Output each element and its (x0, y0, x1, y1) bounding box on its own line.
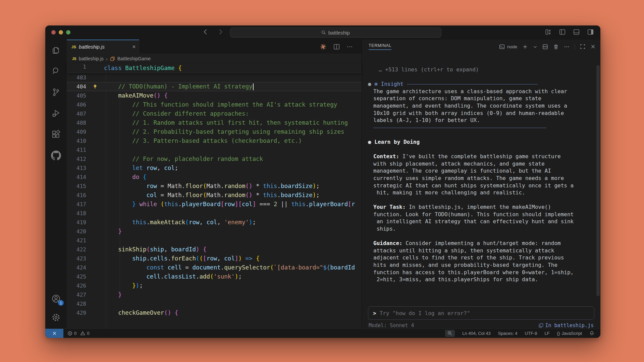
code-text: // TODO(human) - Implement AI strategy (104, 82, 254, 91)
tab-label: battleship.js (79, 44, 130, 50)
close-window-button[interactable] (51, 30, 56, 35)
code-line[interactable]: 408 // 1. Random attacks until first hit… (67, 118, 362, 127)
claude-prompt-input[interactable]: > Try "how do I log an error?" (368, 306, 594, 320)
problems-status[interactable]: 0 0 (67, 331, 89, 336)
github-icon[interactable] (50, 150, 62, 161)
titlebar[interactable]: battleship (45, 25, 600, 40)
code-line[interactable]: 409 // 2. Probability-based targeting us… (67, 127, 362, 136)
customize-layout-icon[interactable] (545, 29, 551, 35)
code-text: let row, col; (104, 164, 178, 173)
code-text: const cell = document.querySelector(`[da… (104, 263, 355, 272)
js-file-icon: JS (71, 45, 76, 49)
breadcrumb[interactable]: JS battleship.js › BattleshipGame (67, 54, 362, 64)
status-bar: 0 0 Ln 404, Col 43 Spaces: 4 UTF-8 LF {}… (45, 328, 600, 338)
claude-starburst-icon[interactable] (320, 43, 327, 50)
lightbulb-gutter[interactable] (86, 84, 104, 89)
code-line[interactable]: 415 row = Math.floor(Math.random() * thi… (67, 182, 362, 191)
editor-more-actions-icon[interactable] (346, 44, 353, 50)
terminal-header: TERMINAL node (362, 40, 600, 54)
explorer-icon[interactable] (50, 44, 62, 56)
tab-battleship-js[interactable]: JS battleship.js × (67, 40, 139, 54)
forward-icon[interactable] (217, 28, 224, 35)
code-line[interactable]: 404 // TODO(human) - Implement AI strate… (67, 82, 362, 91)
search-icon (321, 30, 326, 35)
toggle-primary-sidebar-icon[interactable] (559, 29, 566, 35)
code-line[interactable]: 422 sinkShip(ship, boardId) { (67, 245, 362, 254)
line-number: 404 (67, 83, 86, 90)
new-terminal-icon[interactable] (522, 44, 528, 50)
code-line[interactable]: 419 this.makeAttack(row, col, 'enemy'); (67, 218, 362, 227)
search-sidebar-icon[interactable] (50, 65, 62, 77)
code-line[interactable]: 420 } (67, 227, 362, 236)
extensions-icon[interactable] (50, 129, 62, 140)
tab-close-icon[interactable]: × (132, 44, 136, 50)
code-line[interactable]: 413 let row, col; (67, 164, 362, 173)
code-text: // For now, placeholder random attack (104, 155, 263, 164)
code-line[interactable]: 429 checkGameOver() { (67, 308, 362, 317)
code-line[interactable]: 426 }); (67, 281, 362, 290)
close-panel-icon[interactable] (590, 44, 596, 49)
code-line[interactable]: 424 const cell = document.querySelector(… (67, 263, 362, 272)
code-text: } (104, 290, 122, 299)
line-number: 429 (67, 310, 86, 316)
code-line[interactable]: 416 col = Math.floor(Math.random() * thi… (67, 191, 362, 200)
language-status[interactable]: {} JavaScript (557, 331, 582, 336)
line-number: 424 (67, 264, 86, 271)
code-line[interactable]: 423 ship.cells.forEach(([row, col]) => { (67, 254, 362, 263)
terminal-line (368, 196, 592, 204)
code-line[interactable]: 407 // Consider different approaches: (67, 109, 362, 118)
breadcrumb-file[interactable]: battleship.js (79, 56, 104, 61)
toggle-panel-icon[interactable] (573, 29, 580, 35)
zoom-status-icon[interactable] (445, 330, 455, 337)
run-debug-icon[interactable] (50, 108, 62, 119)
code-text: // 3. Pattern-based attacks (checkerboar… (104, 136, 302, 145)
accounts-icon[interactable]: 1 (50, 293, 62, 304)
code-line[interactable]: 427 } (67, 290, 362, 299)
minimize-window-button[interactable] (59, 30, 63, 35)
kill-terminal-trash-icon[interactable] (553, 44, 559, 50)
terminal-scrollbar[interactable] (596, 65, 600, 296)
code-line[interactable]: 411 (67, 145, 362, 155)
sticky-scroll-line[interactable]: 1 class BattleshipGame { (67, 64, 362, 73)
indentation-status[interactable]: Spaces: 4 (498, 331, 518, 336)
code-line[interactable]: 406 // This function should implement th… (67, 100, 362, 109)
code-line[interactable]: 428 (67, 299, 362, 308)
command-center-search[interactable]: battleship (230, 27, 441, 38)
shell-label: node (507, 44, 517, 49)
line-number: 411 (67, 147, 86, 153)
breadcrumb-symbol[interactable]: BattleshipGame (117, 56, 151, 61)
split-terminal-icon[interactable] (542, 44, 548, 50)
class-symbol-icon (110, 56, 115, 61)
context-file-link[interactable]: In battleship.js (539, 322, 594, 328)
eol-status[interactable]: LF (544, 331, 549, 336)
remote-indicator[interactable] (45, 329, 63, 338)
source-control-icon[interactable] (50, 86, 62, 98)
split-editor-icon[interactable] (333, 44, 340, 50)
code-editor[interactable]: 403404 // TODO(human) - Implement AI str… (67, 73, 362, 328)
code-line[interactable]: 417 } while (this.playerBoard[row][col] … (67, 200, 362, 209)
terminal-tab[interactable]: TERMINAL (369, 43, 391, 50)
code-line[interactable]: 414 do { (67, 173, 362, 182)
settings-gear-icon[interactable] (50, 312, 62, 323)
code-line[interactable]: 412 // For now, placeholder random attac… (67, 155, 362, 164)
code-text: sinkShip(ship, boardId) { (104, 245, 207, 254)
chevron-down-icon[interactable] (533, 45, 537, 49)
code-line[interactable]: 403 (67, 73, 362, 82)
line-number: 416 (67, 192, 86, 198)
cursor-position-status[interactable]: Ln 404, Col 43 (462, 331, 491, 336)
code-line[interactable]: 425 cell.classList.add('sunk'); (67, 272, 362, 281)
zoom-window-button[interactable] (66, 30, 70, 35)
toggle-secondary-sidebar-icon[interactable] (587, 29, 594, 35)
encoding-status[interactable]: UTF-8 (525, 331, 537, 336)
terminal-line: currently uses simple random attacks. Th… (368, 175, 592, 182)
code-text: checkGameOver() { (104, 308, 178, 317)
terminal-line (368, 73, 592, 81)
notifications-bell-icon[interactable] (589, 331, 594, 336)
maximize-panel-icon[interactable] (580, 44, 585, 49)
terminal-more-actions-icon[interactable] (564, 44, 570, 50)
code-line[interactable]: 418 (67, 209, 362, 218)
code-line[interactable]: 410 // 3. Pattern-based attacks (checker… (67, 136, 362, 145)
back-icon[interactable] (202, 28, 209, 35)
code-line[interactable]: 421 (67, 236, 362, 245)
code-line[interactable]: 405 makeAIMove() { (67, 91, 362, 100)
